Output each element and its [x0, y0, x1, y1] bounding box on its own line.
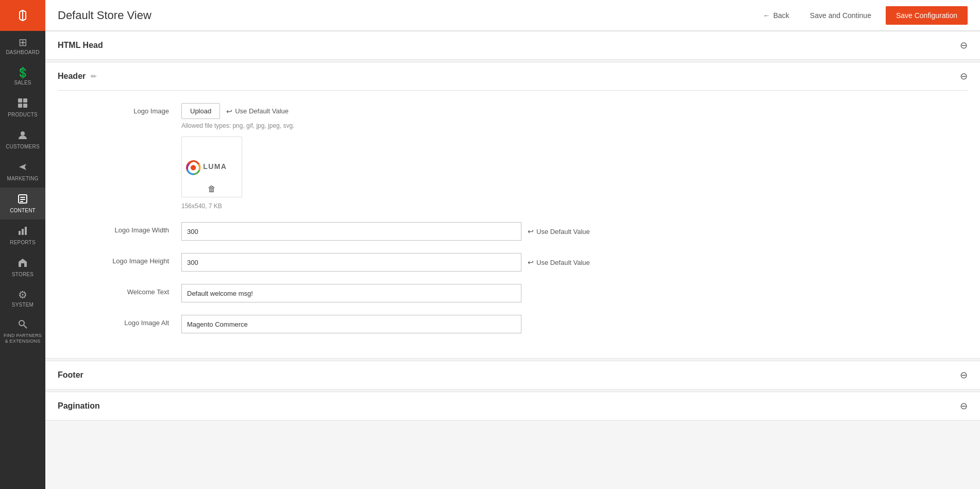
html-head-section: HTML Head ⊖	[45, 31, 980, 60]
svg-rect-0	[18, 98, 22, 103]
svg-rect-12	[21, 263, 24, 267]
sidebar-item-system[interactable]: ⚙ SYSTEM	[0, 283, 45, 314]
content-area: HTML Head ⊖ Header ✏ ⊖ Logo Image	[45, 31, 980, 489]
logo-alt-control	[181, 315, 959, 333]
save-config-label: Save Configuration	[896, 11, 957, 20]
logo-alt-row: Logo Image Alt	[66, 315, 959, 333]
header-section: Header ✏ ⊖ Logo Image Upload	[45, 62, 980, 359]
sidebar-item-products[interactable]: PRODUCTS	[0, 92, 45, 124]
logo-height-use-default-label: Use Default Value	[536, 259, 590, 266]
logo-width-input[interactable]	[181, 222, 521, 241]
logo-meta: 156x540, 7 KB	[181, 203, 959, 210]
logo-image-preview: LUMA	[186, 151, 238, 182]
dashboard-icon: ⊞	[19, 37, 27, 47]
logo-width-label: Logo Image Width	[66, 222, 169, 234]
welcome-text-control	[181, 284, 959, 302]
sidebar: ⊞ DASHBOARD 💲 SALES PRODUCTS CUSTOMERS	[0, 0, 45, 489]
svg-rect-9	[19, 231, 21, 235]
header-edit-icon[interactable]: ✏	[91, 72, 97, 80]
logo-height-input[interactable]	[181, 253, 521, 272]
sidebar-item-label: PRODUCTS	[8, 112, 38, 117]
logo-width-use-default-label: Use Default Value	[536, 228, 590, 235]
pagination-collapse-icon: ⊖	[960, 400, 968, 412]
sidebar-item-dashboard[interactable]: ⊞ DASHBOARD	[0, 31, 45, 61]
logo-width-row: Logo Image Width ↩ Use Default Value	[66, 222, 959, 241]
find-partners-icon	[18, 319, 28, 331]
save-continue-label: Save and Continue	[810, 11, 871, 20]
logo-image-control: Upload ↩ Use Default Value Allowed file …	[181, 103, 959, 210]
welcome-text-input[interactable]	[181, 284, 521, 302]
logo-height-use-default-button[interactable]: ↩ Use Default Value	[528, 258, 590, 266]
header-section-title: Header	[58, 72, 86, 81]
sidebar-item-label: FIND PARTNERS & EXTENSIONS	[3, 333, 42, 344]
logo-image-use-default-label: Use Default Value	[235, 107, 289, 115]
logo-image-use-default-button[interactable]: ↩ Use Default Value	[226, 107, 289, 115]
logo-image-row: Logo Image Upload ↩ Use Default Value Al…	[66, 103, 959, 210]
reset-icon-height: ↩	[528, 258, 534, 266]
logo-delete-button[interactable]: 🗑	[208, 184, 216, 194]
footer-section-title: Footer	[58, 370, 83, 380]
back-button[interactable]: ← Back	[757, 7, 796, 24]
svg-point-13	[19, 321, 24, 326]
marketing-icon	[18, 162, 28, 174]
footer-section: Footer ⊖	[45, 361, 980, 390]
logo-image-buttons: Upload ↩ Use Default Value	[181, 103, 959, 119]
welcome-text-label: Welcome Text	[66, 284, 169, 296]
sidebar-item-reports[interactable]: REPORTS	[0, 220, 45, 251]
html-head-header[interactable]: HTML Head ⊖	[45, 31, 980, 59]
pagination-section-title: Pagination	[58, 401, 100, 411]
pagination-section-header[interactable]: Pagination ⊖	[45, 392, 980, 420]
footer-collapse-icon: ⊖	[960, 369, 968, 381]
logo-image-label: Logo Image	[66, 103, 169, 115]
reports-icon	[18, 226, 28, 238]
upload-label: Upload	[190, 107, 211, 115]
sidebar-item-stores[interactable]: STORES	[0, 251, 45, 283]
logo-preview: LUMA 🗑	[181, 137, 242, 197]
logo-width-use-default-button[interactable]: ↩ Use Default Value	[528, 227, 590, 235]
svg-point-4	[21, 131, 25, 136]
sidebar-item-label: CONTENT	[10, 208, 36, 213]
logo-height-control: ↩ Use Default Value	[181, 253, 959, 272]
back-arrow-icon: ←	[763, 11, 770, 20]
magento-logo[interactable]	[0, 0, 45, 31]
sidebar-item-sales[interactable]: 💲 SALES	[0, 61, 45, 92]
upload-button[interactable]: Upload	[181, 103, 220, 119]
header-section-header[interactable]: Header ✏ ⊖	[45, 62, 980, 90]
sidebar-item-content[interactable]: CONTENT	[0, 188, 45, 220]
save-continue-button[interactable]: Save and Continue	[804, 7, 877, 24]
svg-line-14	[24, 325, 27, 328]
header-collapse-icon: ⊖	[960, 71, 968, 82]
sidebar-item-label: CUSTOMERS	[6, 144, 40, 149]
sidebar-item-label: SALES	[14, 80, 31, 86]
svg-rect-10	[22, 229, 24, 235]
sidebar-item-marketing[interactable]: MARKETING	[0, 156, 45, 188]
sidebar-item-customers[interactable]: CUSTOMERS	[0, 124, 45, 156]
sidebar-item-label: SYSTEM	[12, 302, 33, 308]
header-actions: ← Back Save and Continue Save Configurat…	[757, 6, 968, 25]
logo-height-label: Logo Image Height	[66, 253, 169, 265]
content-icon	[18, 194, 28, 206]
page-title: Default Store View	[58, 9, 757, 22]
svg-rect-7	[20, 199, 25, 200]
sidebar-item-label: REPORTS	[10, 240, 36, 245]
svg-rect-6	[20, 197, 25, 198]
logo-height-row: Logo Image Height ↩ Use Default Value	[66, 253, 959, 272]
sales-icon: 💲	[16, 68, 29, 78]
main-content: Default Store View ← Back Save and Conti…	[45, 0, 980, 489]
reset-icon-width: ↩	[528, 227, 534, 235]
html-head-title: HTML Head	[58, 41, 103, 50]
reset-icon: ↩	[226, 107, 232, 115]
logo-image-hint: Allowed file types: png, gif, jpg, jpeg,…	[181, 122, 959, 129]
header-section-content: Logo Image Upload ↩ Use Default Value Al…	[45, 91, 980, 358]
svg-point-16	[191, 165, 196, 170]
save-configuration-button[interactable]: Save Configuration	[886, 6, 968, 25]
svg-rect-8	[20, 201, 23, 202]
logo-width-control: ↩ Use Default Value	[181, 222, 959, 241]
system-icon: ⚙	[18, 290, 27, 300]
customers-icon	[18, 130, 28, 142]
footer-section-header[interactable]: Footer ⊖	[45, 361, 980, 389]
back-label: Back	[773, 11, 789, 20]
sidebar-item-find-partners[interactable]: FIND PARTNERS & EXTENSIONS	[0, 314, 45, 349]
logo-alt-input[interactable]	[181, 315, 521, 333]
svg-rect-2	[18, 104, 22, 108]
